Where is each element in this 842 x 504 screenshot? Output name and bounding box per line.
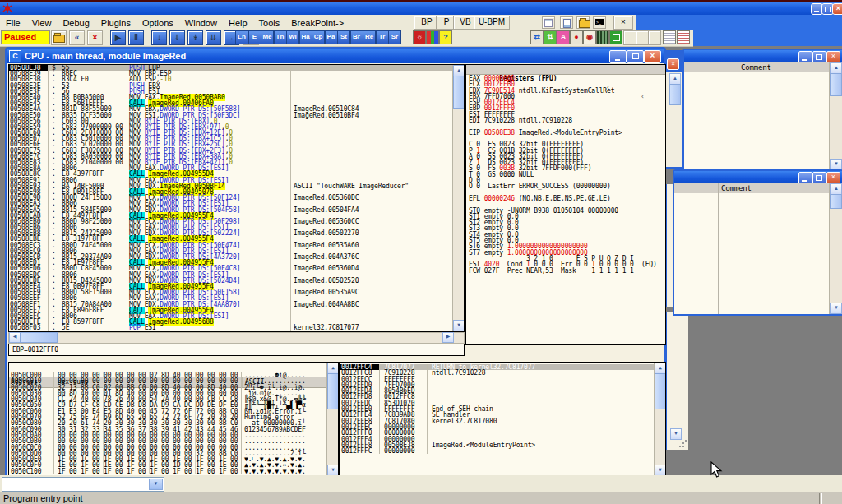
close-icon[interactable]: × xyxy=(826,172,840,184)
menu-item-debug[interactable]: Debug xyxy=(57,16,95,28)
toolbar-window-button-e[interactable]: E xyxy=(248,30,261,44)
toolbar-window-button-sr[interactable]: Sr xyxy=(388,30,401,44)
close-icon[interactable]: × xyxy=(644,50,661,63)
empty-toolbar-button-2[interactable] xyxy=(636,30,649,45)
swap-panes-icon[interactable]: ⇄ xyxy=(530,30,544,44)
register-row[interactable]: T 0 GS 0000 NULL xyxy=(466,172,665,178)
empty-toolbar-button-3[interactable] xyxy=(648,30,661,45)
toolbar-close-button[interactable]: × xyxy=(613,16,633,30)
disasm-row[interactable]: 00508E3B.83C4 F0ADD ESP,-10 xyxy=(9,76,453,82)
menu-item-window[interactable]: Window xyxy=(179,16,223,28)
toolbar-band: Paused « × ▶ ‖ ↓ ⇓ ↡ ⇊ → ➔ LnEMeThWiHaCp… xyxy=(0,30,693,47)
comment-window-mid-scrollbar[interactable]: ▲ ▼ xyxy=(829,183,842,314)
window-view-icon[interactable] xyxy=(609,30,622,44)
comment-window-top-scrollbar[interactable]: ▲ ▼ xyxy=(829,62,842,170)
toolbar-window-button-pa[interactable]: Pa xyxy=(325,30,338,44)
menu-item-view[interactable]: View xyxy=(26,16,58,28)
open-file-button[interactable] xyxy=(51,30,67,45)
toolbar-window-button-cp[interactable]: Cp xyxy=(312,30,325,44)
list-view-icon[interactable] xyxy=(663,30,676,44)
menu-item-options[interactable]: Options xyxy=(136,16,179,28)
cpu-window-icon: C xyxy=(9,50,21,62)
trace-spiral-icon[interactable]: ◉ xyxy=(583,30,596,44)
toolbar-window-button-ha[interactable]: Ha xyxy=(299,30,312,44)
help-icon[interactable]: ? xyxy=(439,30,452,44)
notepad-plugin-icon[interactable] xyxy=(542,16,555,29)
toolbar-window-button-ln[interactable]: Ln xyxy=(235,30,248,44)
disassembly-scrollbar[interactable]: ▲ ▼ xyxy=(452,65,464,331)
bookmark-folder-icon[interactable] xyxy=(576,16,590,29)
options-gear-icon[interactable]: ☼ xyxy=(413,30,426,44)
ascii-view-icon[interactable]: A xyxy=(557,30,570,44)
maximize-icon[interactable] xyxy=(812,51,826,63)
animate-into-button[interactable]: ↡ xyxy=(187,30,203,45)
close-icon[interactable]: × xyxy=(826,51,840,63)
maximize-icon[interactable] xyxy=(812,172,826,184)
disasm-row[interactable]: 00508EFE.E8 8597F8FFCALL ImageRed.004956… xyxy=(9,319,453,325)
register-row[interactable]: EDI 7C910228 ntdll.7C910228 xyxy=(466,118,665,123)
comment-window-mid-titlebar[interactable]: × xyxy=(674,171,842,183)
toolbar-window-button-th[interactable]: Th xyxy=(274,30,287,44)
disassembly-pane: 00508E38$55PUSH EBP00508E39.8BECMOV EBP,… xyxy=(8,64,465,332)
empty-toolbar-button-1[interactable] xyxy=(623,30,636,45)
dump-row[interactable]: 0050C1001F 00 1F 001F 00 1F 001F 00 1F 0… xyxy=(9,469,327,474)
dump-pane: Address Hex dump ASCII 0050C00000 00 00 … xyxy=(8,362,339,477)
comment-window-top[interactable]: × Comment ▲ ▼ xyxy=(682,49,842,172)
comment-window-mid[interactable]: × Comment ▲ ▼ xyxy=(673,169,842,316)
register-row[interactable]: FCW 027F Prec NEAR,53 Mask 1 1 1 1 1 1 xyxy=(466,268,665,274)
register-row[interactable]: EFL 00000246 (NO,NB,E,BE,NS,PE,GE,LE) xyxy=(466,196,665,201)
combobox-dropdown-icon[interactable]: ▼ xyxy=(149,479,163,490)
menu-item-plugins[interactable]: Plugins xyxy=(95,16,136,28)
disasm-row[interactable]: 00508E3E.53PUSH EBX xyxy=(9,83,453,89)
run-button[interactable]: ▶ xyxy=(110,30,126,45)
pause-button[interactable]: ‖ xyxy=(128,30,144,45)
step-over-button[interactable]: ⇓ xyxy=(169,30,185,45)
stack-scrollbar[interactable]: ▲ ▼ xyxy=(654,363,665,476)
comment-window-top-titlebar[interactable]: × xyxy=(684,50,842,62)
close-program-button[interactable]: × xyxy=(87,30,103,45)
status-bar: Program entry point xyxy=(0,492,842,504)
menu-item-breakpoint[interactable]: BreakPoint-> xyxy=(285,16,349,28)
toolbar: Paused « × ▶ ‖ ↓ ⇓ ↡ ⇊ → ➔ LnEMeThWiHaCp… xyxy=(0,30,842,46)
console-plugin-icon[interactable]: >_ xyxy=(593,16,606,29)
hidden-window-close-icon[interactable]: × xyxy=(667,58,679,70)
toolbar-window-button-me[interactable]: Me xyxy=(261,30,274,44)
restart-button-toolbar[interactable]: « xyxy=(69,30,85,45)
sort-icon[interactable]: ⇅ xyxy=(544,30,557,44)
main-titlebar[interactable]: × xyxy=(0,2,842,15)
memory-grid-icon[interactable] xyxy=(596,30,609,44)
toolbar-window-button-wi[interactable]: Wi xyxy=(286,30,299,44)
register-row[interactable]: EIP 00508E38 ImageRed.<ModuleEntryPoint> xyxy=(466,130,665,136)
scroll-down-icon[interactable]: ▼ xyxy=(670,428,682,440)
close-button[interactable]: × xyxy=(832,3,842,15)
disasm-row[interactable]: 00508F03.5EPOP ESIkernel32.7C817077 xyxy=(9,325,453,331)
stack-row[interactable]: 0012FFFC00000000 xyxy=(340,448,655,454)
resize-grip[interactable] xyxy=(678,440,687,448)
toolbar-window-button-st[interactable]: St xyxy=(337,30,350,44)
register-row[interactable]: O 0 LastErr ERROR_SUCCESS (00000000) xyxy=(466,183,665,189)
minimize-icon[interactable] xyxy=(609,50,627,63)
toolbar-window-button-tr[interactable]: Tr xyxy=(376,30,389,44)
step-into-button[interactable]: ↓ xyxy=(151,30,167,45)
disassembly-hscrollbar[interactable]: ◀ ▶ xyxy=(8,332,465,344)
toolbar-window-button-br[interactable]: Br xyxy=(350,30,363,44)
dump-scrollbar[interactable]: ▲ ▼ xyxy=(326,363,338,476)
registers-header[interactable]: Registers (FPU) ‹ ‹ xyxy=(466,65,665,75)
cpu-window-titlebar[interactable]: C CPU - main thread, module ImageRed × xyxy=(7,49,664,63)
appearance-icon[interactable] xyxy=(426,30,439,44)
menu-item-file[interactable]: File xyxy=(0,16,26,28)
detail-view-icon[interactable] xyxy=(677,30,690,44)
minimize-icon[interactable] xyxy=(798,51,812,63)
status-bar-text: Program entry point xyxy=(0,493,83,503)
ubpm-button[interactable]: U-BPM xyxy=(474,16,510,30)
breakpoint-icon[interactable]: ● xyxy=(570,30,583,44)
menu-item-tools[interactable]: Tools xyxy=(253,16,286,28)
command-combobox[interactable]: ▼ xyxy=(2,477,164,492)
minimize-icon[interactable] xyxy=(798,172,812,184)
toolbar-window-button-re[interactable]: Re xyxy=(363,30,376,44)
animate-over-button[interactable]: ⇊ xyxy=(206,30,221,45)
menu-band: FileViewDebugPluginsOptionsWindowHelpToo… xyxy=(0,15,636,30)
menu-item-help[interactable]: Help xyxy=(223,16,253,28)
script-plugin-icon[interactable] xyxy=(560,16,573,29)
maximize-icon[interactable] xyxy=(627,50,644,63)
